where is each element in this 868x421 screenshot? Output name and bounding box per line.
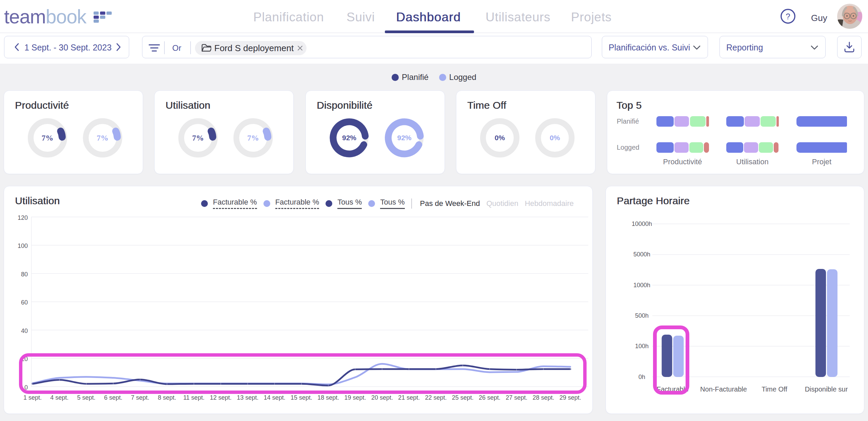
svg-text:Time Off: Time Off <box>762 385 787 393</box>
svg-text:120: 120 <box>18 214 28 221</box>
svg-text:7 sept.: 7 sept. <box>131 394 149 401</box>
svg-text:1 sept.: 1 sept. <box>23 394 42 401</box>
svg-text:28 sept.: 28 sept. <box>533 394 554 401</box>
svg-text:14 sept.: 14 sept. <box>264 394 285 401</box>
svg-text:0%: 0% <box>495 134 505 142</box>
svg-text:4 sept.: 4 sept. <box>50 394 68 401</box>
svg-text:7%: 7% <box>97 134 108 142</box>
svg-text:Disponible sur: Disponible sur <box>805 385 848 393</box>
svg-text:92%: 92% <box>397 134 411 142</box>
svg-text:0%: 0% <box>550 134 560 142</box>
svg-text:19 sept.: 19 sept. <box>344 394 366 401</box>
svg-text:10000h: 10000h <box>632 220 652 227</box>
svg-text:60: 60 <box>21 299 28 306</box>
svg-text:8 sept.: 8 sept. <box>158 394 176 401</box>
svg-text:26 sept.: 26 sept. <box>479 394 500 401</box>
svg-text:7%: 7% <box>247 134 259 142</box>
svg-text:5000h: 5000h <box>633 251 650 258</box>
svg-text:18 sept.: 18 sept. <box>317 394 339 401</box>
svg-text:Non-Facturable: Non-Facturable <box>700 385 747 393</box>
svg-text:7%: 7% <box>42 134 54 142</box>
svg-text:?: ? <box>786 12 790 21</box>
svg-text:92%: 92% <box>342 134 356 142</box>
svg-text:22 sept.: 22 sept. <box>425 394 447 401</box>
svg-text:0h: 0h <box>638 374 645 380</box>
svg-text:20 sept.: 20 sept. <box>371 394 393 401</box>
svg-text:6 sept.: 6 sept. <box>104 394 122 401</box>
svg-text:15 sept.: 15 sept. <box>291 394 312 401</box>
svg-text:5 sept.: 5 sept. <box>77 394 96 401</box>
svg-text:11 sept.: 11 sept. <box>183 394 204 401</box>
svg-text:13 sept.: 13 sept. <box>237 394 258 401</box>
svg-text:27 sept.: 27 sept. <box>506 394 527 401</box>
svg-text:500h: 500h <box>635 312 649 319</box>
svg-text:25 sept.: 25 sept. <box>452 394 474 401</box>
svg-text:12 sept.: 12 sept. <box>210 394 232 401</box>
svg-text:100: 100 <box>18 243 28 249</box>
svg-text:100h: 100h <box>635 343 649 350</box>
svg-text:1000h: 1000h <box>633 282 650 289</box>
svg-text:29 sept.: 29 sept. <box>559 394 581 401</box>
svg-text:7%: 7% <box>192 134 204 142</box>
svg-text:40: 40 <box>21 328 28 334</box>
svg-text:80: 80 <box>21 271 28 278</box>
svg-text:21 sept.: 21 sept. <box>398 394 420 401</box>
